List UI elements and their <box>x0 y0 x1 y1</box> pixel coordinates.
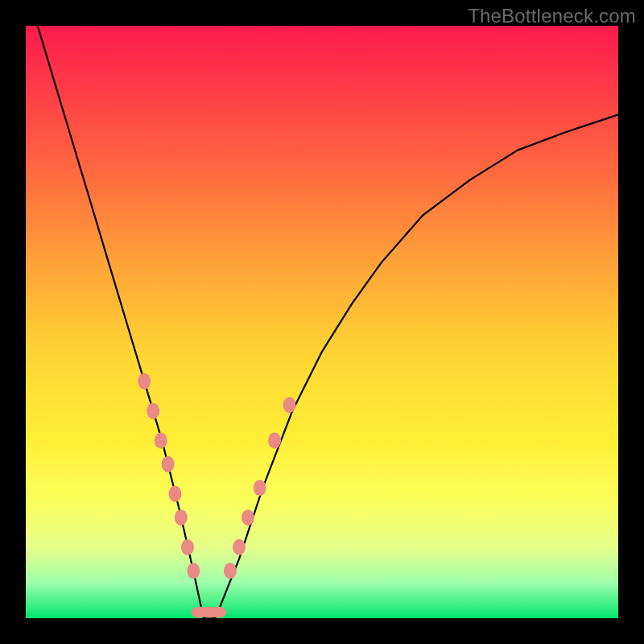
chart-frame: TheBottleneck.com <box>0 0 644 644</box>
curve-marker <box>242 510 254 526</box>
watermark-label: TheBottleneck.com <box>468 5 636 27</box>
curve-marker <box>162 456 175 473</box>
bottleneck-curve-path <box>38 26 618 618</box>
plot-area <box>26 26 618 618</box>
curve-marker <box>138 374 151 390</box>
curve-marker <box>224 563 237 579</box>
curve-marker <box>210 607 226 618</box>
curve-marker <box>181 539 194 555</box>
curve-marker <box>175 510 188 526</box>
curve-marker <box>147 402 159 419</box>
curve-marker <box>283 397 296 413</box>
curve-marker <box>233 539 246 555</box>
curve-marker <box>155 432 167 448</box>
curve-marker <box>187 563 200 579</box>
curve-marker <box>169 485 182 502</box>
bottleneck-curve-svg <box>26 26 618 618</box>
curve-marker <box>254 480 266 496</box>
curve-marker <box>268 432 281 448</box>
